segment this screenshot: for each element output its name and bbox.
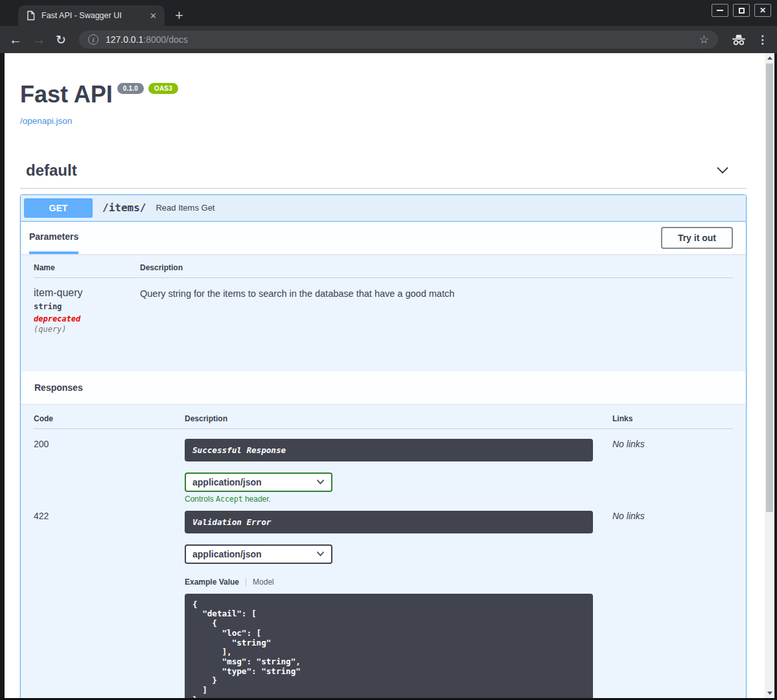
col-name: Name <box>34 263 140 272</box>
url-path: :8000/docs <box>143 34 188 45</box>
scroll-down-icon <box>767 692 772 695</box>
url-host: 127.0.0.1 <box>106 34 143 45</box>
response-422-body: Validation Error application/json Exampl… <box>185 511 612 698</box>
operation-path: /items/ <box>102 202 146 214</box>
responses-table-head: Code Description Links <box>34 404 733 429</box>
col-description: Description <box>140 263 733 272</box>
controls-accept-note: Controls Accept header. <box>185 495 612 504</box>
scrollbar-thumb[interactable] <box>766 64 773 512</box>
api-info: Fast API 0.1.0 OAS3 /openapi.json <box>5 53 765 126</box>
api-title-row: Fast API 0.1.0 OAS3 <box>20 82 747 108</box>
maximize-button[interactable] <box>733 4 750 17</box>
scroll-up-icon <box>767 56 772 60</box>
parameter-location: (query) <box>34 325 140 334</box>
forward-button[interactable]: → <box>32 33 45 46</box>
response-422-description-block: Validation Error <box>185 511 593 533</box>
parameter-type: string <box>34 302 140 311</box>
parameters-label: Parameters <box>29 231 78 242</box>
tag-header[interactable]: default <box>20 161 747 180</box>
url-text[interactable]: 127.0.0.1:8000/docs <box>106 34 188 45</box>
tab-close-icon[interactable]: ✕ <box>148 11 158 21</box>
browser-titlebar: Fast API - Swagger UI ✕ + ✕ <box>0 0 777 26</box>
media-type-200-value: application/json <box>192 477 262 487</box>
vertical-scrollbar[interactable] <box>765 53 774 698</box>
responses-header: Responses <box>21 371 746 404</box>
parameter-name: item-query <box>34 287 140 299</box>
select-chevron-icon <box>316 551 325 557</box>
operation-description: Read Items Get <box>156 203 215 213</box>
example-json-block: { "detail": [ { "loc": [ "string" ], "ms… <box>185 594 593 698</box>
response-200-description-block: Successful Response <box>185 439 593 461</box>
tab-separator <box>246 578 246 587</box>
openapi-spec-link[interactable]: /openapi.json <box>20 116 72 126</box>
tag-name: default <box>26 161 77 180</box>
scrollbar-down-arrow[interactable] <box>765 688 774 698</box>
back-button[interactable]: ← <box>9 33 22 46</box>
accept-note-code: Accept <box>216 495 243 504</box>
reload-button[interactable]: ↻ <box>56 34 66 46</box>
swagger-page: Fast API 0.1.0 OAS3 /openapi.json defaul… <box>5 53 765 698</box>
window-controls: ✕ <box>712 4 771 17</box>
page-title: Fast API <box>20 82 113 108</box>
address-bar[interactable]: i 127.0.0.1:8000/docs ☆ <box>79 30 718 49</box>
response-code-422: 422 <box>34 511 185 698</box>
responses-table: Code Description Links 200 Successful Re… <box>21 404 746 698</box>
operation-summary[interactable]: GET /items/ Read Items Get <box>21 195 746 222</box>
response-200-body: Successful Response application/json Con… <box>185 439 612 504</box>
browser-tab[interactable]: Fast API - Swagger UI ✕ <box>18 5 165 26</box>
oas3-badge: OAS3 <box>148 83 178 94</box>
scrollbar-up-arrow[interactable] <box>765 53 774 63</box>
parameter-deprecated-flag: deprecated <box>34 314 140 323</box>
parameters-table: Name Description item-query string depre… <box>21 254 746 371</box>
maximize-icon <box>739 8 745 14</box>
accept-note-suffix: header. <box>243 495 271 504</box>
media-type-422-value: application/json <box>192 549 262 559</box>
tab-title: Fast API - Swagger UI <box>41 11 143 20</box>
col-code: Code <box>34 414 185 423</box>
response-row-422: 422 Validation Error application/json Ex… <box>34 504 733 698</box>
parameter-description: Query string for the items to search in … <box>140 287 733 334</box>
tab-parameters[interactable]: Parameters <box>29 222 78 254</box>
bookmark-star-icon[interactable]: ☆ <box>699 33 709 47</box>
close-button[interactable]: ✕ <box>754 4 771 17</box>
parameters-table-head: Name Description <box>34 254 733 278</box>
select-chevron-icon <box>316 479 325 485</box>
col-resp-description: Description <box>185 414 612 423</box>
parameters-header: Parameters Try it out <box>21 222 746 254</box>
minimize-button[interactable] <box>712 4 728 17</box>
browser-toolbar: ← → ↻ i 127.0.0.1:8000/docs ☆ ⋮ <box>0 26 777 53</box>
response-code-200: 200 <box>34 439 185 504</box>
media-type-select-422[interactable]: application/json <box>185 544 332 564</box>
parameter-meta: item-query string deprecated (query) <box>34 287 140 334</box>
close-icon: ✕ <box>760 6 766 14</box>
page-document-icon <box>26 10 36 21</box>
http-method-badge: GET <box>24 198 93 218</box>
tag-section-default: default GET /items/ Read Items Get Param… <box>20 161 747 698</box>
response-200-links: No links <box>612 439 733 504</box>
media-type-select-200[interactable]: application/json <box>185 472 332 492</box>
tab-example-value[interactable]: Example Value <box>185 578 239 587</box>
tag-divider <box>20 188 747 189</box>
try-it-out-button[interactable]: Try it out <box>661 227 733 249</box>
browser-menu-button[interactable]: ⋮ <box>757 33 768 47</box>
col-links: Links <box>612 414 733 423</box>
chevron-down-icon[interactable] <box>715 165 730 176</box>
tab-model[interactable]: Model <box>253 578 274 587</box>
parameter-row: item-query string deprecated (query) Que… <box>34 278 733 334</box>
accept-note-prefix: Controls <box>185 495 216 504</box>
minimize-icon <box>717 10 723 11</box>
version-badge: 0.1.0 <box>117 83 144 94</box>
responses-title: Responses <box>34 382 83 393</box>
site-info-icon[interactable]: i <box>88 34 99 45</box>
response-row-200: 200 Successful Response application/json… <box>34 429 733 504</box>
response-422-links: No links <box>612 511 733 698</box>
incognito-icon <box>731 33 747 46</box>
new-tab-button[interactable]: + <box>175 8 183 23</box>
page-viewport: Fast API 0.1.0 OAS3 /openapi.json defaul… <box>0 53 777 700</box>
example-model-tabs: Example Value Model <box>185 578 612 587</box>
opblock-get-items: GET /items/ Read Items Get Parameters Tr… <box>20 194 747 698</box>
